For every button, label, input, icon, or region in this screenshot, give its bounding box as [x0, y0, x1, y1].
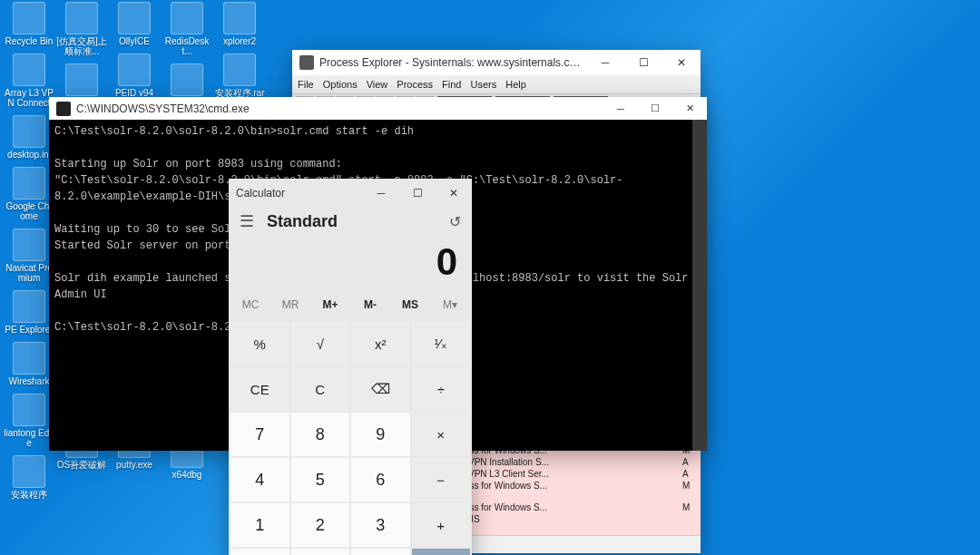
- calc-display: 0: [229, 237, 472, 293]
- calculator-window: Calculator ─ ☐ ✕ ☰ Standard ↺ 0 MCMRM+M-…: [229, 179, 472, 555]
- key-−[interactable]: −: [412, 458, 471, 501]
- calc-keypad: %√x²¹⁄ₓCEC⌫÷789×456−123+±0.=: [229, 320, 472, 555]
- pe-titlebar[interactable]: Process Explorer - Sysinternals: www.sys…: [292, 50, 701, 75]
- minimize-button[interactable]: ─: [603, 97, 638, 120]
- history-icon[interactable]: ↺: [449, 213, 461, 230]
- calc-memory-row: MCMRM+M-MSM▾: [229, 293, 472, 320]
- desktop-icon[interactable]: Array L3 VPN Connect: [4, 54, 54, 108]
- menu-item-find[interactable]: Find: [442, 79, 461, 90]
- desktop-icon[interactable]: liantong Edge: [4, 394, 54, 448]
- mem-mmenu[interactable]: M▾: [430, 293, 470, 316]
- key-x²[interactable]: x²: [351, 322, 410, 365]
- key-6[interactable]: 6: [351, 458, 410, 501]
- maximize-button[interactable]: ☐: [638, 97, 672, 120]
- desktop-icon[interactable]: 安装程序: [4, 455, 54, 500]
- key-¹⁄ₓ[interactable]: ¹⁄ₓ: [412, 322, 471, 365]
- minimize-button[interactable]: ─: [586, 50, 624, 75]
- key-0[interactable]: 0: [291, 549, 350, 555]
- key-.[interactable]: .: [351, 549, 410, 555]
- desktop-icon[interactable]: PE Explorer: [4, 290, 54, 335]
- desktop-icon[interactable]: desktop.ini: [4, 115, 54, 160]
- cmd-scrollbar[interactable]: [692, 120, 707, 451]
- calc-titlebar[interactable]: Calculator ─ ☐ ✕: [229, 179, 472, 208]
- mem-m+[interactable]: M+: [310, 293, 350, 316]
- pe-icon: [299, 55, 314, 70]
- menu-item-process[interactable]: Process: [397, 79, 433, 90]
- desktop-icon[interactable]: Google Chrome: [4, 167, 54, 221]
- mem-mc[interactable]: MC: [230, 293, 270, 316]
- desktop-icon[interactable]: 安装程序.rar: [214, 54, 265, 98]
- key-÷[interactable]: ÷: [412, 367, 471, 411]
- mem-m-[interactable]: M-: [350, 293, 390, 316]
- key-=[interactable]: =: [412, 549, 471, 555]
- desktop-icon[interactable]: PEID v94: [109, 54, 160, 98]
- pe-title: Process Explorer - Sysinternals: www.sys…: [319, 56, 586, 69]
- pe-menu-bar: FileOptionsViewProcessFindUsersHelp: [292, 75, 701, 93]
- desktop-icon[interactable]: xplorer2: [214, 2, 265, 46]
- key-5[interactable]: 5: [291, 458, 350, 501]
- key-1[interactable]: 1: [230, 503, 289, 547]
- desktop-icon[interactable]: RedisDeskt...: [162, 2, 212, 56]
- cmd-icon: [56, 102, 71, 116]
- key-CE[interactable]: CE: [230, 367, 289, 411]
- menu-item-help[interactable]: Help: [505, 79, 526, 90]
- key-9[interactable]: 9: [351, 413, 410, 456]
- key-4[interactable]: 4: [230, 458, 289, 501]
- key-%[interactable]: %: [230, 322, 289, 365]
- calc-mode-label: Standard: [267, 212, 449, 231]
- desktop-icon[interactable]: Recycle Bin: [4, 2, 54, 46]
- key-+[interactable]: +: [412, 503, 471, 547]
- mem-ms[interactable]: MS: [390, 293, 430, 316]
- maximize-button[interactable]: ☐: [399, 179, 436, 208]
- calc-title: Calculator: [236, 187, 363, 200]
- menu-item-file[interactable]: File: [298, 79, 314, 90]
- calc-mode-row: ☰ Standard ↺: [229, 208, 472, 237]
- desktop-icon[interactable]: Navicat Premium: [4, 229, 54, 283]
- close-button[interactable]: ✕: [436, 179, 472, 208]
- key-±[interactable]: ±: [230, 549, 289, 555]
- key-8[interactable]: 8: [291, 413, 350, 456]
- key-C[interactable]: C: [291, 367, 350, 411]
- key-2[interactable]: 2: [291, 503, 350, 547]
- key-√[interactable]: √: [291, 322, 350, 365]
- menu-item-users[interactable]: Users: [470, 79, 496, 90]
- hamburger-icon[interactable]: ☰: [240, 211, 254, 231]
- key-×[interactable]: ×: [412, 413, 471, 456]
- mem-mr[interactable]: MR: [270, 293, 310, 316]
- menu-item-options[interactable]: Options: [323, 79, 358, 90]
- key-⌫[interactable]: ⌫: [351, 367, 410, 411]
- close-button[interactable]: ✕: [672, 97, 707, 120]
- desktop-icon[interactable]: OllyICE: [109, 2, 160, 46]
- minimize-button[interactable]: ─: [363, 179, 399, 208]
- menu-item-view[interactable]: View: [367, 79, 388, 90]
- cmd-titlebar[interactable]: C:\WINDOWS\SYSTEM32\cmd.exe ─ ☐ ✕: [49, 97, 707, 120]
- key-3[interactable]: 3: [351, 503, 410, 547]
- maximize-button[interactable]: ☐: [624, 50, 662, 75]
- desktop-icon[interactable]: [仿真交易]上顺标准...: [56, 2, 107, 56]
- key-7[interactable]: 7: [230, 413, 289, 456]
- desktop-icon[interactable]: Wireshark: [4, 342, 54, 386]
- close-button[interactable]: ✕: [662, 50, 701, 75]
- cmd-title: C:\WINDOWS\SYSTEM32\cmd.exe: [76, 102, 603, 115]
